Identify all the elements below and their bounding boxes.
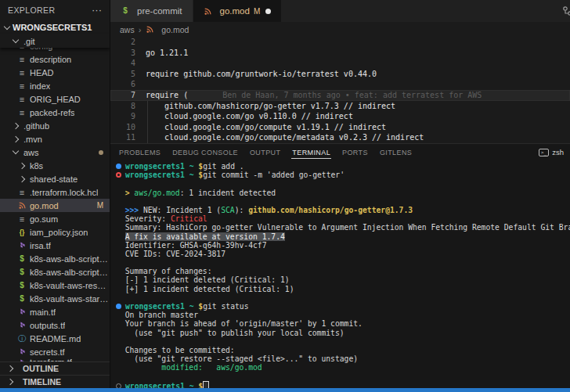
tree-item--mvn[interactable]: .mvn — [0, 132, 110, 146]
tree-item-label: .git — [23, 37, 35, 46]
terminal-line: [-] 1 incident deleted (Critical: 1) — [116, 275, 570, 284]
indent-guide — [147, 101, 148, 112]
explorer-header: EXPLORER ··· — [0, 0, 110, 20]
tree-item-irsa-tf[interactable]: irsa.tf — [0, 239, 110, 252]
panel-tab-debug-console[interactable]: DEBUG CONSOLE — [171, 146, 239, 158]
terminal-output[interactable]: wrongsecrets1 ~ $git add .wrongsecrets1 … — [110, 160, 570, 388]
code-text: require (Ben de Haan, 7 months ago • fea… — [146, 90, 570, 101]
tab-pre-commit[interactable]: $pre-commit — [110, 0, 193, 22]
tree-item-k8s-vault-aws-start-sh[interactable]: $k8s-vault-aws-start.sh — [0, 292, 110, 305]
chevron-right-icon — [7, 365, 13, 372]
section-label: OUTLINE — [23, 364, 59, 373]
sidebar-section-timeline[interactable]: TIMELINE — [0, 375, 110, 388]
tree-item-label: aws — [23, 148, 39, 157]
indent-guide — [147, 111, 148, 122]
open-changes-icon[interactable] — [561, 5, 570, 17]
code-line: 7require (Ben de Haan, 7 months ago • fe… — [110, 90, 570, 101]
shell-label[interactable]: zsh — [552, 148, 564, 156]
terminal-line: CVE IDs: CVE-2024-3817 — [116, 250, 570, 258]
tree-item-k8s-aws-alb-script-c-[interactable]: $k8s-aws-alb-script-c... — [0, 252, 110, 265]
tree-item-k8s-vault-aws-resum-[interactable]: $k8s-vault-aws-resum... — [0, 279, 110, 292]
terminal-text: Severity: — [116, 214, 171, 223]
chevron-right-icon — [13, 122, 19, 128]
tree-item-aws[interactable]: aws — [0, 146, 110, 159]
tree-item-description[interactable]: ≡description — [0, 52, 110, 66]
tree-item-orig-head[interactable]: ≡ORIG_HEAD — [0, 92, 110, 106]
terminal-line: wrongsecrets1 ~ $git add . — [116, 162, 570, 171]
code-text: cloud.google.com/go/compute/metadata v0.… — [146, 132, 570, 143]
terminal-text: wrongsecrets1 ~ — [125, 162, 198, 171]
command-status-dot-red — [116, 172, 121, 178]
tree-item-label: .terraform.lock.hcl — [30, 188, 98, 197]
code-text — [146, 58, 570, 69]
rss-icon — [17, 201, 27, 210]
file-icon: ≡ — [17, 95, 27, 103]
terminal-line: > aws/go.mod: 1 incident detected — [116, 189, 570, 197]
more-actions-icon[interactable]: ··· — [92, 6, 102, 14]
explorer-title: EXPLORER — [8, 5, 92, 15]
tree-item-label: k8s — [30, 161, 43, 171]
shell-script-icon: $ — [17, 268, 27, 276]
tree-item--terraform-lock-hcl[interactable]: ≡.terraform.lock.hcl — [0, 185, 110, 199]
tree-item-main-tf[interactable]: main.tf — [0, 305, 110, 318]
terminal-line: On branch master — [116, 311, 570, 319]
panel-tab-terminal[interactable]: TERMINAL — [291, 146, 331, 159]
terraform-icon — [17, 321, 27, 329]
tree-item-label: main.tf — [30, 307, 56, 317]
command-status-dot-blue — [116, 304, 121, 309]
terminal-text: SCA — [221, 206, 235, 214]
unsaved-dot-icon[interactable] — [265, 9, 271, 14]
sidebar-section-outline[interactable]: OUTLINE — [0, 361, 110, 375]
tree-item-index[interactable]: ≡index — [0, 79, 110, 92]
code-editor[interactable]: 23go 1.21.145require github.com/gruntwor… — [110, 37, 570, 143]
panel-tab-output[interactable]: OUTPUT — [249, 146, 281, 158]
terminal-line: Changes to be committed: — [116, 346, 570, 354]
tree-item-label: description — [30, 55, 71, 64]
tabbar-actions[interactable] — [561, 0, 570, 22]
tree-item-label: iam_policy.json — [30, 228, 88, 237]
terminal-text: wrongsecrets1 ~ — [125, 171, 198, 179]
terminal-line: Identifier: GHSA-q64h-39hv-4cf7 — [116, 241, 570, 250]
indent-guide — [147, 122, 148, 133]
panel-right-controls[interactable]: >_ zsh — [539, 148, 564, 156]
terminal-line: Your branch is ahead of 'origin/master' … — [116, 319, 570, 328]
shell-script-icon: $ — [17, 282, 27, 290]
file-icon: ≡ — [17, 215, 27, 223]
tree-item-go-sum[interactable]: ≡go.sum — [0, 212, 110, 225]
terminal-text: NEW: Incident 1 ( — [139, 206, 221, 214]
tree-item-k8s-aws-alb-script-sh[interactable]: $k8s-aws-alb-script.sh — [0, 265, 110, 279]
terminal-line: >>> NEW: Incident 1 (SCA): github.com/ha… — [116, 206, 570, 214]
tree-item-label: README.md — [30, 334, 81, 343]
chevron-down-icon — [13, 37, 19, 43]
git-blame-annotation: Ben de Haan, 7 months ago • feat: add te… — [222, 91, 482, 99]
terminal-line: (use "git push" to publish your local co… — [116, 329, 570, 337]
tree-item--git[interactable]: .git — [0, 34, 110, 48]
tree-item-secrets-tf[interactable]: secrets.tf — [0, 345, 110, 358]
terminal-text — [116, 189, 125, 197]
terminal-line: modified: aws/go.mod — [116, 363, 570, 372]
tree-item-iam-policy-json[interactable]: {}iam_policy.json — [0, 225, 110, 239]
tree-item-shared-state[interactable]: shared-state — [0, 172, 110, 185]
terminal-text: On branch master — [116, 311, 198, 319]
tab-go-mod[interactable]: go.modM — [193, 0, 282, 22]
tree-item-readme-md[interactable]: ⓘREADME.md — [0, 332, 110, 345]
tree-item-packed-refs[interactable]: ≡packed-refs — [0, 106, 110, 119]
tree-item-head[interactable]: ≡HEAD — [0, 66, 110, 79]
code-line: 5require github.com/gruntwork-io/terrate… — [110, 69, 570, 80]
panel-tab-problems[interactable]: PROBLEMS — [118, 146, 161, 158]
sidebar-root-folder[interactable]: WRONGSECRETS1 — [0, 20, 110, 34]
tree-item-outputs-tf[interactable]: outputs.tf — [0, 318, 110, 332]
terminal-text: ): — [235, 206, 249, 214]
breadcrumb-folder[interactable]: aws — [120, 25, 135, 34]
breadcrumb-file[interactable]: go.mod — [161, 25, 189, 34]
folder-modified-dot — [99, 150, 103, 155]
terminal-text: (use "git restore --staged <file>..." to… — [116, 354, 358, 363]
terminal-line: A fix is available at version 1.7.4 — [116, 232, 570, 241]
panel-tab-ports[interactable]: PORTS — [341, 146, 369, 158]
tree-item--github[interactable]: .github — [0, 119, 110, 132]
tree-item-go-mod[interactable]: go.modM — [0, 199, 110, 212]
panel-tab-gitlens[interactable]: GITLENS — [379, 146, 413, 158]
code-line: 9 cloud.google.com/go v0.110.0 // indire… — [110, 111, 570, 122]
terminal-text: wrongsecrets1 ~ — [125, 302, 198, 311]
tree-item-k8s[interactable]: k8s — [0, 159, 110, 172]
